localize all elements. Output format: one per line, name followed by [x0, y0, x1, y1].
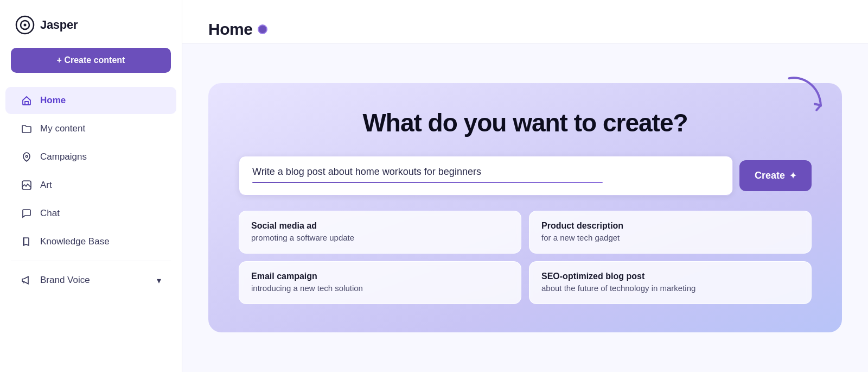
sidebar-item-campaigns-label: Campaigns	[40, 152, 87, 162]
suggestion-title-0: Social media ad	[251, 221, 509, 231]
logo-area: Jasper	[0, 0, 182, 48]
chevron-down-icon: ▾	[157, 275, 161, 286]
sidebar-item-my-content-label: My content	[40, 123, 85, 134]
suggestion-card-3[interactable]: SEO-optimized blog post about the future…	[529, 261, 812, 304]
suggestion-subtitle-3: about the future of technology in market…	[541, 283, 799, 293]
create-content-label: + Create content	[57, 55, 125, 65]
suggestion-subtitle-2: introducing a new tech solution	[251, 283, 509, 293]
search-row: Write a blog post about home workouts fo…	[239, 156, 812, 196]
sidebar-item-chat[interactable]: Chat	[5, 200, 176, 227]
folder-icon	[21, 123, 33, 135]
search-box[interactable]: Write a blog post about home workouts fo…	[239, 156, 733, 196]
sidebar: Jasper + Create content Home My content	[0, 0, 182, 372]
rocket-icon	[21, 151, 33, 163]
sidebar-item-art[interactable]: Art	[5, 172, 176, 199]
hero-title: What do you want to create?	[239, 109, 812, 137]
sidebar-item-home[interactable]: Home	[5, 87, 176, 114]
sidebar-item-my-content[interactable]: My content	[5, 115, 176, 142]
create-action-label: Create	[755, 170, 785, 181]
sparkle-icon: ✦	[789, 171, 796, 181]
page-title: Home	[208, 20, 252, 39]
hero-area: What do you want to create? Write a blog…	[182, 43, 868, 372]
suggestion-subtitle-1: for a new tech gadget	[541, 233, 799, 242]
home-icon	[21, 94, 33, 106]
search-input-value: Write a blog post about home workouts fo…	[252, 166, 719, 178]
create-action-button[interactable]: Create ✦	[739, 160, 812, 191]
suggestion-subtitle-0: promoting a software update	[251, 233, 509, 242]
suggestion-card-2[interactable]: Email campaign introducing a new tech so…	[239, 261, 521, 304]
sidebar-nav: Home My content Campaigns	[0, 84, 182, 372]
brand-voice-left: Brand Voice	[21, 274, 90, 286]
book-icon	[21, 236, 33, 248]
suggestion-title-3: SEO-optimized blog post	[541, 272, 799, 281]
art-icon	[21, 179, 33, 191]
create-content-button[interactable]: + Create content	[11, 48, 171, 73]
hero-card: What do you want to create? Write a blog…	[208, 83, 842, 333]
chat-icon	[21, 207, 33, 219]
arrow-decoration-icon	[777, 72, 826, 121]
app-name: Jasper	[40, 18, 78, 32]
title-dot	[258, 24, 267, 34]
search-underline	[252, 182, 603, 183]
main-content: Home What do you want to create? Write a…	[182, 0, 868, 372]
suggestion-card-1[interactable]: Product description for a new tech gadge…	[529, 211, 812, 254]
sidebar-item-campaigns[interactable]: Campaigns	[5, 143, 176, 171]
suggestion-title-2: Email campaign	[251, 272, 509, 281]
suggestion-card-0[interactable]: Social media ad promoting a software upd…	[239, 211, 521, 254]
sidebar-item-brand-voice[interactable]: Brand Voice ▾	[5, 267, 176, 294]
sidebar-item-art-label: Art	[40, 180, 52, 191]
jasper-logo-icon	[15, 15, 35, 35]
page-header: Home	[182, 0, 868, 43]
sidebar-item-chat-label: Chat	[40, 208, 60, 219]
svg-point-3	[25, 155, 28, 157]
sidebar-item-home-label: Home	[40, 95, 66, 106]
megaphone-icon	[21, 274, 33, 286]
nav-divider	[11, 261, 171, 261]
suggestion-title-1: Product description	[541, 221, 799, 231]
sidebar-item-knowledge-base[interactable]: Knowledge Base	[5, 228, 176, 255]
svg-point-2	[24, 24, 27, 27]
sidebar-item-brand-voice-label: Brand Voice	[40, 275, 90, 286]
sidebar-item-knowledge-base-label: Knowledge Base	[40, 236, 110, 247]
suggestion-grid: Social media ad promoting a software upd…	[239, 211, 812, 304]
